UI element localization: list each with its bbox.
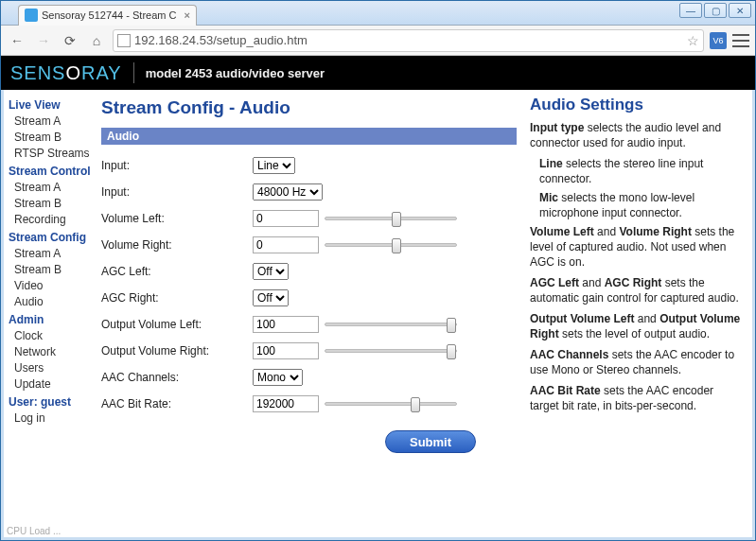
help-text: Line selects the stereo line input conne… xyxy=(530,156,746,186)
text-input[interactable] xyxy=(253,236,319,253)
tab-title: Sensoray 512744 - Stream C xyxy=(42,9,176,21)
browser-toolbar: ← → ⟳ ⌂ 192.168.24.53/setup_audio.htm ☆ … xyxy=(1,26,755,56)
sidebar-item[interactable]: Users xyxy=(9,360,94,376)
main-panel: Stream Config - Audio Audio Input:LineIn… xyxy=(94,90,524,523)
url-input[interactable]: 192.168.24.53/setup_audio.htm ☆ xyxy=(113,29,704,52)
browser-window: Sensoray 512744 - Stream C × — ▢ ✕ ← → ⟳… xyxy=(0,0,756,541)
select-input[interactable]: Line xyxy=(253,157,295,174)
slider-thumb[interactable] xyxy=(447,318,456,333)
sidebar-item[interactable]: Recording xyxy=(9,212,94,228)
sidebar-item[interactable]: Clock xyxy=(9,328,94,344)
window-close-button[interactable]: ✕ xyxy=(729,3,751,18)
help-text: Input type selects the audio level and c… xyxy=(530,120,746,150)
submit-button[interactable]: Submit xyxy=(385,430,476,453)
window-maximize-button[interactable]: ▢ xyxy=(704,3,727,18)
reload-button[interactable]: ⟳ xyxy=(60,30,80,51)
select-input[interactable]: Mono xyxy=(253,369,303,386)
form-row: Output Volume Left: xyxy=(101,311,517,338)
form-label: AGC Right: xyxy=(101,291,253,305)
form-row: AAC Channels:Mono xyxy=(101,364,517,391)
form-row: Input:48000 Hz xyxy=(101,179,517,205)
browser-tab[interactable]: Sensoray 512744 - Stream C × xyxy=(18,5,197,26)
bookmark-icon[interactable]: ☆ xyxy=(687,33,699,48)
form-row: AAC Bit Rate: xyxy=(101,391,517,417)
slider[interactable] xyxy=(325,243,457,247)
section-header: Audio xyxy=(101,128,517,145)
form-label: Input: xyxy=(101,185,253,199)
window-minimize-button[interactable]: — xyxy=(679,3,702,18)
form-label: Output Volume Right: xyxy=(101,344,253,358)
slider-thumb[interactable] xyxy=(411,397,420,412)
sidebar-item[interactable]: Stream A xyxy=(9,246,94,262)
menu-icon[interactable] xyxy=(732,34,749,47)
form-label: AGC Left: xyxy=(101,265,253,278)
url-text: 192.168.24.53/setup_audio.htm xyxy=(134,33,308,47)
text-input[interactable] xyxy=(253,395,319,412)
form-row: AGC Right:Off xyxy=(101,285,517,311)
text-input[interactable] xyxy=(253,342,319,359)
help-text: Mic selects the mono low-level microphon… xyxy=(530,190,746,220)
logo: SENSORAY xyxy=(10,62,122,84)
page-icon xyxy=(117,34,131,47)
sidebar-heading: Stream Control xyxy=(9,164,94,180)
divider xyxy=(133,62,134,83)
home-button[interactable]: ⌂ xyxy=(86,30,107,51)
select-input[interactable]: Off xyxy=(253,263,289,280)
sidebar-item[interactable]: Video xyxy=(9,278,94,294)
form-label: Volume Right: xyxy=(101,238,253,252)
text-input[interactable] xyxy=(253,316,319,333)
content-area: Live ViewStream AStream BRTSP StreamsStr… xyxy=(1,90,755,523)
form-row: Input:Line xyxy=(101,152,517,179)
favicon-icon xyxy=(25,9,38,22)
sidebar-heading: Live View xyxy=(9,97,94,113)
sidebar-heading: User: guest xyxy=(9,394,94,410)
sidebar-item[interactable]: Stream B xyxy=(9,196,94,212)
text-input[interactable] xyxy=(253,210,319,227)
slider[interactable] xyxy=(325,217,457,220)
sidebar-item[interactable]: Log in xyxy=(9,410,94,427)
sidebar-item[interactable]: Network xyxy=(9,344,94,360)
sidebar: Live ViewStream AStream BRTSP StreamsStr… xyxy=(1,90,94,523)
form-label: Output Volume Left: xyxy=(101,318,253,331)
help-text: AAC Bit Rate sets the AAC encoder target… xyxy=(530,383,746,413)
form-label: Input: xyxy=(101,159,253,172)
slider-thumb[interactable] xyxy=(447,344,456,359)
slider[interactable] xyxy=(325,402,457,406)
help-text: Volume Left and Volume Right sets the le… xyxy=(530,224,746,270)
slider-thumb[interactable] xyxy=(392,238,401,253)
sidebar-item[interactable]: Stream A xyxy=(9,113,94,130)
form-label: Volume Left: xyxy=(101,212,253,225)
help-text: AAC Channels sets the AAC encoder to use… xyxy=(530,347,746,377)
help-panel: Audio Settings Input type selects the au… xyxy=(524,90,755,523)
close-tab-icon[interactable]: × xyxy=(184,9,189,21)
help-text: Output Volume Left and Output Volume Rig… xyxy=(530,311,746,341)
form-label: AAC Channels: xyxy=(101,371,253,384)
sidebar-item[interactable]: Stream A xyxy=(9,180,94,196)
form-label: AAC Bit Rate: xyxy=(101,397,253,410)
form-row: Output Volume Right: xyxy=(101,338,517,364)
sidebar-item[interactable]: Audio xyxy=(9,294,94,310)
header-subtitle: model 2453 audio/video server xyxy=(146,66,325,80)
sidebar-item[interactable]: RTSP Streams xyxy=(9,146,94,162)
form-row: Volume Right: xyxy=(101,232,517,258)
select-input[interactable]: Off xyxy=(253,289,289,306)
sidebar-item[interactable]: Stream B xyxy=(9,262,94,278)
form-row: AGC Left:Off xyxy=(101,258,517,285)
back-button[interactable]: ← xyxy=(7,30,27,51)
extension-icon[interactable]: V6 xyxy=(710,32,727,49)
select-input[interactable]: 48000 Hz xyxy=(253,183,323,201)
sidebar-item[interactable]: Update xyxy=(9,376,94,393)
sidebar-item[interactable]: Stream B xyxy=(9,130,94,146)
slider-thumb[interactable] xyxy=(392,212,401,227)
slider[interactable] xyxy=(325,349,457,353)
page-header: SENSORAY model 2453 audio/video server xyxy=(1,56,755,90)
page-title: Stream Config - Audio xyxy=(101,97,517,118)
titlebar: Sensoray 512744 - Stream C × — ▢ ✕ xyxy=(1,1,755,26)
status-text: CPU Load ... xyxy=(7,526,61,536)
help-text: AGC Left and AGC Right sets the automati… xyxy=(530,275,746,305)
help-title: Audio Settings xyxy=(530,97,746,113)
form-row: Volume Left: xyxy=(101,205,517,232)
slider[interactable] xyxy=(325,323,457,326)
forward-button[interactable]: → xyxy=(33,30,54,51)
sidebar-heading: Stream Config xyxy=(9,230,94,246)
